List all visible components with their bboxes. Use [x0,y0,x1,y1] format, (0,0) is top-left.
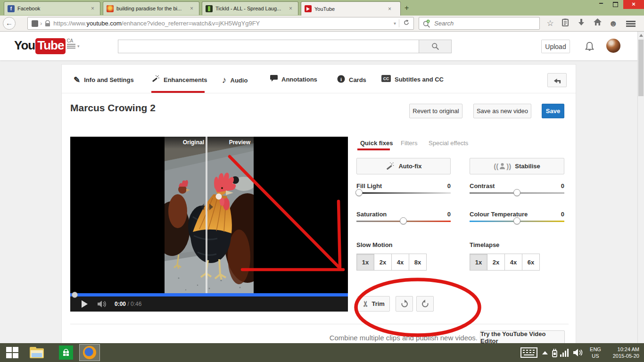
combine-clips-text: Combine multiple clips and publish new v… [264,334,478,342]
close-button[interactable]: × [623,0,644,9]
windows-store-button[interactable] [56,344,76,361]
svg-text:CC: CC [383,76,389,81]
tab-audio[interactable]: ♪ Audio [222,75,248,85]
contrast-slider[interactable] [470,192,564,194]
network-signal-icon[interactable] [560,349,569,357]
fill-light-slider[interactable] [356,192,451,194]
volume-tray-icon[interactable] [573,348,584,357]
tray-expand-icon[interactable] [542,351,548,354]
guide-menu-button[interactable]: ▾ [67,43,80,49]
firefox-taskbar-button[interactable] [79,344,100,361]
touch-keyboard-icon[interactable] [520,347,537,358]
volume-icon[interactable] [98,300,107,308]
notifications-bell-icon[interactable] [585,41,594,54]
scroll-up-icon[interactable] [639,34,643,37]
tab-enhancements[interactable]: Enhancements [151,75,207,85]
youtube-search-button[interactable] [419,40,452,53]
timelapse-6x[interactable]: 6x [522,254,540,271]
preview-label: Preview [211,139,250,146]
saturation-slider[interactable] [356,221,451,222]
video-frame [165,137,254,293]
browser-tab-paradise[interactable]: building paradise for the bi... × [103,1,199,15]
slow-motion-2x[interactable]: 2x [374,254,392,271]
hello-chat-icon[interactable]: ☻ [608,18,619,29]
tab-close-icon[interactable]: × [388,6,391,12]
colour-temperature-slider[interactable] [470,221,564,222]
tab-info-and-settings[interactable]: ✎ Info and Settings [74,75,134,85]
fill-light-knob[interactable] [355,189,363,196]
youtube-logo[interactable]: You Tube CA [14,38,73,54]
tab-close-icon[interactable]: × [190,5,193,12]
video-player[interactable]: Original Preview 0:00 / 0:46 [70,137,348,312]
slow-motion-1x[interactable]: 1x [356,254,374,271]
compare-divider-handle[interactable] [206,137,207,293]
minimize-button[interactable]: – [595,0,607,9]
bookmarks-menu-icon[interactable] [560,18,570,29]
browser-tab-bar: f Facebook × building paradise for the b… [0,0,644,16]
magic-wand-icon [151,75,160,85]
rotate-clockwise-button[interactable] [396,296,413,312]
browser-tab-youtube[interactable]: YouTube × [301,1,401,16]
tab-close-icon[interactable]: × [289,5,292,12]
revert-to-original-button[interactable]: Revert to original [409,104,462,118]
auto-fix-button[interactable]: Auto-fix [356,158,451,174]
bookmark-star-icon[interactable]: ☆ [545,18,555,29]
youtube-search-input[interactable] [118,40,419,53]
contrast-knob[interactable] [513,189,520,196]
clock[interactable]: 10:24 AM 2015-05-20 [605,346,639,359]
divider-right-arrow-icon[interactable] [209,204,213,210]
language-indicator[interactable]: ENGUS [588,346,603,359]
page-scrollbar[interactable] [637,32,644,343]
tab-title: TickId - ALL - Spread Laug... [215,6,286,11]
browser-nav-bar: ← › https://www.youtube.com/enhance?vide… [0,16,644,32]
reload-icon[interactable] [399,19,413,27]
timelapse-1x[interactable]: 1x [470,254,487,271]
tab-cards[interactable]: i Cards [337,75,366,84]
divider-left-arrow-icon[interactable] [200,204,204,210]
maximize-button[interactable] [609,0,621,9]
try-video-editor-button[interactable]: Try the YouTube Video Editor [480,330,565,344]
url-dropdown-icon[interactable]: ▾ [391,21,399,26]
contrast-label: Contrast [470,182,495,189]
browser-tab-facebook[interactable]: f Facebook × [4,1,100,15]
timelapse-4x[interactable]: 4x [504,254,522,271]
progress-bar[interactable] [70,293,348,296]
save-as-new-video-button[interactable]: Save as new video [473,104,531,118]
url-text: https://www.youtube.com/enhance?video_re… [53,20,260,27]
avatar[interactable] [606,39,620,53]
logo-you-text: You [14,38,35,53]
save-button[interactable]: Save [542,104,564,118]
scrollbar-thumb[interactable] [638,40,644,96]
store-icon [59,346,73,360]
slow-motion-4x[interactable]: 4x [391,254,409,271]
file-explorer-button[interactable] [26,344,47,361]
saturation-knob[interactable] [400,217,407,224]
back-button[interactable]: ← [3,17,16,30]
trim-button[interactable]: ✂ Trim [357,296,390,312]
upload-button[interactable]: Upload [541,40,570,53]
downloads-icon[interactable] [576,18,586,29]
play-button[interactable] [82,300,88,308]
timelapse-2x[interactable]: 2x [487,254,505,271]
browser-search-bar[interactable] [419,17,540,30]
rotate-counterclockwise-button[interactable] [416,296,434,312]
tab-close-icon[interactable]: × [91,5,94,12]
start-button[interactable] [2,344,23,361]
browser-search-input[interactable] [433,19,539,27]
url-bar[interactable]: › https://www.youtube.com/enhance?video_… [27,17,414,30]
panel-tab-special-effects[interactable]: Special effects [429,140,468,147]
progress-scrubber[interactable] [72,292,78,298]
stabilise-button[interactable]: (( )) Stabilise [470,158,564,174]
tab-annotations[interactable]: Annotations [270,75,317,83]
home-icon[interactable] [592,18,603,29]
panel-tab-quick-fixes[interactable]: Quick fixes [360,140,393,147]
colour-temperature-knob[interactable] [513,217,520,224]
power-plug-icon[interactable] [551,348,558,357]
new-tab-button[interactable]: + [405,4,409,12]
panel-tab-filters[interactable]: Filters [401,140,417,147]
return-button[interactable] [547,73,567,87]
browser-tab-tickld[interactable]: TickId - ALL - Spread Laug... × [202,1,298,15]
menu-icon[interactable] [626,20,636,28]
slow-motion-8x[interactable]: 8x [409,254,427,271]
tab-subtitles-cc[interactable]: CC Subtitles and CC [381,75,444,83]
